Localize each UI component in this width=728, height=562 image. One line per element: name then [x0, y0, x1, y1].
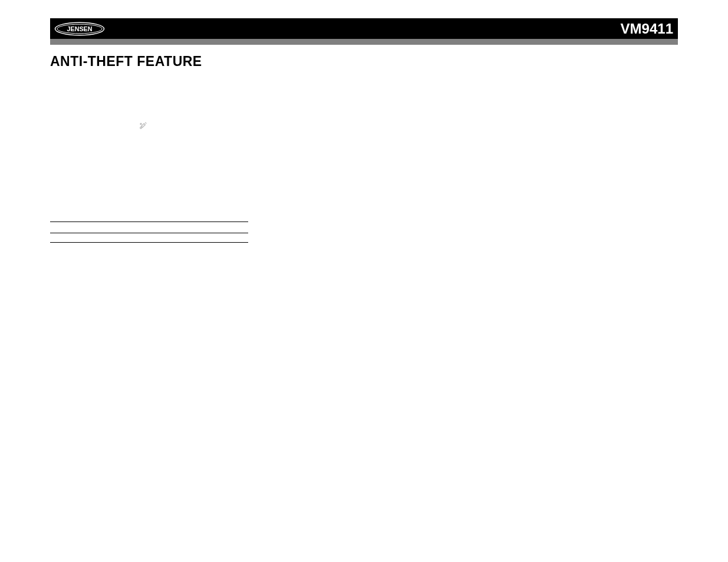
code-entry-cell: [149, 236, 199, 243]
step-text-part: From the Setup Menu, touch the: [61, 122, 139, 128]
step-text: From the Setup Menu, touch the icon to a…: [61, 121, 248, 137]
list-item: 3. Utilisez le clavier de l'écran tactil…: [271, 144, 678, 151]
model-number: VM9411: [621, 21, 673, 37]
step-number: 3.: [271, 144, 282, 151]
jensen-logo: JENSEN: [54, 21, 106, 37]
step-text: Touch SETUP on the Main Menu screen to a…: [61, 112, 248, 119]
left-column: The Anti-Theft Feature is intended to pr…: [50, 74, 248, 244]
code-entry-cell: [199, 236, 248, 243]
list-item: 1. Touchez SETUP sur le menu principal p…: [271, 119, 678, 126]
page-container: JENSEN VM9411 ANTI-THEFT FEATURE The Ant…: [0, 0, 728, 244]
char-label: 2nd Character: [100, 224, 149, 230]
code-header-row: 1st Character 2nd Character 3rd Characte…: [50, 222, 248, 233]
step-text: Once the code is accepted, the Anti-Thef…: [61, 155, 248, 169]
code-record-table: Record and keep your anti-theft code in …: [50, 213, 248, 244]
svg-point-3: [140, 127, 141, 129]
content-columns: The Anti-Theft Feature is intended to pr…: [50, 74, 678, 244]
list-item: 1. Touch SETUP on the Main Menu screen t…: [50, 112, 248, 119]
gray-separator-bar: [50, 39, 678, 45]
fr-intro: La caractéristique antivol sert à protég…: [271, 91, 678, 105]
right-column: CARACTÉRISTIQUE ANTIVOL La caractéristiq…: [271, 74, 678, 244]
fr-title: CARACTÉRISTIQUE ANTIVOL: [271, 80, 678, 88]
step-number: 2.: [50, 121, 61, 137]
list-item: 2. From the Setup Menu, touch the icon: [50, 121, 248, 137]
char-label: 4th Character: [199, 224, 248, 230]
char-label: 1st Character: [50, 224, 100, 230]
step-number: 3.: [50, 139, 61, 153]
list-item: 2. Du menu Setup Menu (menu de réglage),…: [271, 128, 678, 142]
step-text: Utilisez le clavier de l'écran tactile p…: [282, 144, 678, 151]
step-number: 4.: [50, 155, 61, 169]
step-number: 1.: [271, 119, 282, 126]
step-text: Use the touch screen keypad to enter you…: [61, 139, 248, 153]
step-number: 1.: [50, 112, 61, 119]
page-title: ANTI-THEFT FEATURE: [50, 54, 678, 70]
code-entry-cell: [100, 236, 149, 243]
fr-code-record-title: Noter et garder votre code antivol dans …: [271, 194, 678, 200]
fr-delete-title: Supprimer le code antivol: [271, 164, 678, 172]
delete-text: To delete or change the password, touch …: [50, 186, 248, 207]
fr-code-header-row: 1ère caractère 2ème caractère 3ème carac…: [271, 203, 469, 214]
list-item: 3. Use the touch screen keypad to enter …: [50, 139, 248, 153]
code-record-title: Record and keep your anti-theft code in …: [50, 213, 248, 220]
step-number: 4.: [271, 153, 282, 160]
list-item: 4. Une fois que le code est accepté, la …: [271, 153, 678, 160]
fr-code-record-table: Noter et garder votre code antivol dans …: [271, 194, 678, 214]
fr-char-label: 2ème caractère: [321, 205, 370, 211]
step-number: 2.: [271, 128, 282, 142]
list-item: 4. Once the code is accepted, the Anti-T…: [50, 155, 248, 169]
step-text: Touchez SETUP sur le menu principal pour…: [282, 119, 678, 126]
step-text: Du menu Setup Menu (menu de réglage), to…: [282, 128, 678, 142]
code-entry-row: [50, 234, 248, 244]
fr-activate-title: Activer la fonction antivol: [271, 110, 678, 117]
code-entry-cell: [50, 236, 100, 243]
fr-delete-text: Pour supprimer ou changer le mot de pass…: [271, 174, 678, 188]
fr-char-label: 1ère caractère: [271, 205, 321, 211]
fr-char-label: 4ème caractère: [420, 205, 469, 211]
fr-activate-steps-list: 1. Touchez SETUP sur le menu principal p…: [271, 119, 678, 160]
char-label: 3rd Character: [149, 224, 199, 230]
activate-steps-list: 1. Touch SETUP on the Main Menu screen t…: [50, 112, 248, 170]
svg-text:JENSEN: JENSEN: [67, 25, 92, 32]
fr-char-label: 3ème caractère: [370, 205, 420, 211]
header-bar: JENSEN VM9411: [50, 18, 678, 39]
activate-section-title: Activate Anti-Theft Function: [50, 101, 248, 110]
intro-paragraph: The Anti-Theft Feature is intended to pr…: [50, 74, 248, 95]
tools-icon: [139, 121, 148, 130]
step-text: Une fois que le code est accepté, la fon…: [282, 153, 678, 160]
delete-section-title: Delete Anti-Theft Code: [50, 176, 248, 184]
